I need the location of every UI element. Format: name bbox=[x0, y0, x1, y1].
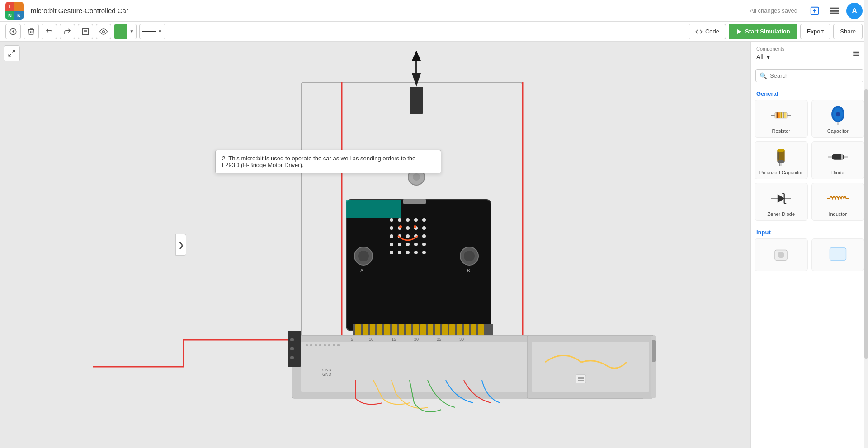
delete-btn[interactable] bbox=[24, 24, 39, 39]
svg-rect-53 bbox=[403, 199, 426, 204]
svg-rect-105 bbox=[652, 340, 656, 362]
svg-point-25 bbox=[390, 226, 393, 230]
search-input[interactable] bbox=[770, 70, 859, 82]
svg-point-44 bbox=[422, 251, 426, 254]
line-picker[interactable]: ▼ bbox=[139, 24, 165, 39]
menu-icon[interactable] bbox=[826, 3, 843, 19]
general-category-label: General bbox=[755, 86, 864, 100]
svg-point-95 bbox=[290, 356, 294, 359]
resistor-label: Resistor bbox=[772, 128, 790, 134]
svg-point-35 bbox=[390, 243, 393, 246]
notes-btn[interactable] bbox=[78, 24, 93, 39]
component-zener-diode[interactable]: Zener Diode bbox=[755, 183, 808, 221]
svg-rect-1 bbox=[831, 8, 839, 9]
svg-text:30: 30 bbox=[459, 337, 464, 341]
panel-header-left: Components All ▼ bbox=[756, 46, 784, 61]
svg-marker-7 bbox=[737, 29, 741, 34]
svg-rect-97 bbox=[532, 342, 649, 392]
svg-marker-16 bbox=[412, 51, 421, 61]
general-components-grid: Resistor Capacitor bbox=[755, 100, 864, 221]
svg-rect-116 bbox=[783, 112, 784, 118]
svg-rect-114 bbox=[778, 112, 780, 118]
svg-point-34 bbox=[422, 234, 426, 238]
svg-point-23 bbox=[414, 218, 418, 222]
undo-btn[interactable] bbox=[42, 24, 57, 39]
start-simulation-button[interactable]: Start Simulation bbox=[729, 24, 797, 39]
add-component-btn[interactable] bbox=[5, 24, 21, 39]
svg-point-43 bbox=[414, 251, 418, 254]
svg-text:5: 5 bbox=[351, 337, 353, 341]
diode-icon bbox=[824, 145, 851, 168]
input-component-icon-2 bbox=[824, 243, 851, 265]
svg-point-46 bbox=[414, 225, 416, 228]
components-filter-dropdown[interactable]: All ▼ bbox=[756, 53, 784, 61]
svg-marker-134 bbox=[778, 194, 784, 202]
svg-text:20: 20 bbox=[414, 337, 419, 341]
svg-point-22 bbox=[406, 218, 410, 222]
circuit-diagram: A B bbox=[0, 42, 750, 448]
svg-point-32 bbox=[406, 234, 410, 238]
main-area: A B bbox=[0, 42, 868, 448]
svg-rect-78 bbox=[319, 344, 321, 346]
svg-rect-115 bbox=[781, 112, 782, 118]
tinkercad-logo: T I N K bbox=[5, 2, 24, 20]
panel-scrollbar[interactable] bbox=[864, 42, 868, 448]
polarized-capacitor-label: Polarized Capacitor bbox=[760, 170, 803, 175]
component-diode[interactable]: Diode bbox=[811, 141, 865, 179]
logo-i: I bbox=[14, 2, 24, 11]
avatar-icon[interactable]: A bbox=[846, 3, 863, 19]
svg-rect-82 bbox=[337, 344, 340, 346]
tinkercad-user-icon[interactable] bbox=[807, 3, 823, 19]
svg-point-45 bbox=[399, 225, 402, 228]
component-inductor[interactable]: Inductor bbox=[811, 183, 865, 221]
svg-point-40 bbox=[390, 251, 393, 254]
search-icon: 🔍 bbox=[760, 72, 767, 79]
svg-point-39 bbox=[422, 243, 426, 246]
svg-point-30 bbox=[390, 234, 393, 238]
color-swatch bbox=[114, 24, 127, 39]
logo-t: T bbox=[5, 2, 14, 11]
tooltip-box: 2. This micro:bit is used to operate the… bbox=[215, 150, 441, 173]
topbar: T I N K micro:bit Gesture-Controlled Car… bbox=[0, 0, 868, 22]
svg-point-42 bbox=[406, 251, 410, 254]
input-category-label: Input bbox=[755, 224, 864, 238]
component-input-2[interactable] bbox=[811, 238, 865, 271]
resistor-icon bbox=[768, 104, 795, 126]
save-status: All changes saved bbox=[750, 7, 797, 14]
svg-rect-77 bbox=[315, 344, 317, 346]
svg-rect-113 bbox=[777, 112, 778, 118]
svg-point-21 bbox=[398, 218, 401, 222]
svg-point-38 bbox=[414, 243, 418, 246]
view-btn[interactable] bbox=[96, 24, 111, 39]
canvas-area[interactable]: A B bbox=[0, 42, 750, 448]
svg-rect-3 bbox=[831, 13, 839, 14]
svg-rect-92 bbox=[288, 331, 301, 367]
code-button[interactable]: Code bbox=[689, 24, 726, 39]
svg-rect-13 bbox=[410, 87, 423, 114]
color-dropdown-arrow: ▼ bbox=[127, 24, 136, 39]
input-component-icon-1 bbox=[768, 243, 795, 265]
svg-point-141 bbox=[778, 252, 784, 258]
svg-rect-79 bbox=[324, 344, 326, 346]
component-input-1[interactable] bbox=[755, 238, 808, 271]
svg-rect-125 bbox=[778, 152, 779, 159]
color-picker[interactable]: ▼ bbox=[114, 24, 137, 39]
line-dropdown-arrow: ▼ bbox=[158, 29, 162, 34]
component-capacitor[interactable]: Capacitor bbox=[811, 100, 865, 138]
component-resistor[interactable]: Resistor bbox=[755, 100, 808, 138]
share-button[interactable]: Share bbox=[833, 24, 863, 39]
panel-collapse-button[interactable]: ❯ bbox=[175, 234, 186, 256]
svg-point-93 bbox=[290, 338, 294, 341]
line-preview bbox=[142, 31, 156, 32]
svg-point-36 bbox=[398, 243, 401, 246]
component-polarized-capacitor[interactable]: Polarized Capacitor bbox=[755, 141, 808, 179]
svg-point-27 bbox=[406, 226, 410, 230]
export-button[interactable]: Export bbox=[800, 24, 831, 39]
redo-btn[interactable] bbox=[60, 24, 75, 39]
capacitor-icon bbox=[824, 104, 851, 126]
svg-point-20 bbox=[390, 218, 393, 222]
svg-marker-14 bbox=[412, 73, 421, 87]
svg-point-123 bbox=[778, 149, 785, 152]
list-view-button[interactable] bbox=[850, 47, 863, 60]
svg-rect-2 bbox=[831, 10, 839, 11]
